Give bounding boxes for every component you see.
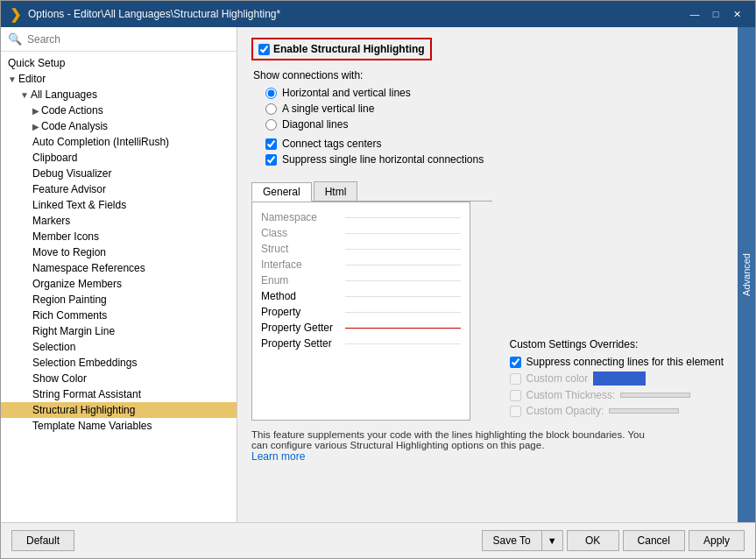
close-button[interactable]: ✕ <box>727 6 746 22</box>
radio-label-0: Horizontal and vertical lines <box>282 87 411 99</box>
tabs-and-preview: General Html NamespaceClassStructInterfa… <box>251 174 492 421</box>
right-panel: Enable Structural Highlighting Show conn… <box>237 27 738 522</box>
tab-html[interactable]: Html <box>314 181 358 201</box>
tree-label-feature-advisor: Feature Advisor <box>32 183 106 195</box>
thickness-slider[interactable] <box>620 393 690 398</box>
suppress-single-checkbox[interactable] <box>265 154 277 166</box>
save-to-button[interactable]: Save To <box>482 530 541 551</box>
tree-item-organize-members[interactable]: Organize Members <box>1 276 237 292</box>
bottom-bar: Default Save To ▼ OK Cancel Apply <box>1 522 755 558</box>
learn-more-link[interactable]: Learn more <box>251 450 305 463</box>
tree-label-debug-visualizer: Debug Visualizer <box>32 167 112 180</box>
preview-item-property-setter: Property Setter <box>261 336 461 351</box>
tree-item-editor[interactable]: ▼ Editor <box>1 71 237 87</box>
custom-thickness-checkbox[interactable] <box>510 390 521 401</box>
tree-container: Quick Setup▼ Editor▼ All Languages▶ Code… <box>1 52 237 522</box>
tree-item-markers[interactable]: Markers <box>1 213 237 229</box>
tree-item-template-name-variables[interactable]: Template Name Variables <box>1 418 237 434</box>
tree-label-move-to-region: Move to Region <box>32 246 106 258</box>
opacity-slider[interactable] <box>609 408 679 414</box>
custom-opacity-checkbox[interactable] <box>510 406 521 417</box>
tree-arrow-code-analysis: ▶ <box>32 122 39 131</box>
tree-item-selection[interactable]: Selection <box>1 339 237 355</box>
apply-button[interactable]: Apply <box>689 530 745 551</box>
tree-label-namespace-references: Namespace References <box>32 262 145 274</box>
suppress-connecting-checkbox[interactable] <box>510 357 521 368</box>
tree-label-selection: Selection <box>32 341 75 353</box>
save-to-arrow-button[interactable]: ▼ <box>541 530 563 551</box>
search-input[interactable] <box>27 33 230 46</box>
tree-item-string-format-assistant[interactable]: String Format Assistant <box>1 386 237 402</box>
tree-item-structural-highlighting[interactable]: Structural Highlighting <box>1 402 237 418</box>
preview-label-struct: Struct <box>261 243 340 255</box>
tree-item-linked-text[interactable]: Linked Text & Fields <box>1 197 237 213</box>
left-panel: 🔍 Quick Setup▼ Editor▼ All Languages▶ Co… <box>1 27 237 522</box>
tree-label-member-icons: Member Icons <box>32 230 99 243</box>
radio-diagonal[interactable] <box>265 119 277 131</box>
tree-item-code-actions[interactable]: ▶ Code Actions <box>1 103 237 118</box>
preview-line-method <box>345 296 461 297</box>
tree-item-move-to-region[interactable]: Move to Region <box>1 244 237 260</box>
tree-item-debug-visualizer[interactable]: Debug Visualizer <box>1 166 237 181</box>
tree-item-region-painting[interactable]: Region Painting <box>1 292 237 308</box>
tree-label-clipboard: Clipboard <box>32 152 77 164</box>
preview-label-property: Property <box>261 306 340 318</box>
preview-line-struct <box>345 249 461 250</box>
preview-line-property-setter <box>345 343 461 344</box>
preview-label-property-setter: Property Setter <box>261 337 340 350</box>
tree-item-namespace-references[interactable]: Namespace References <box>1 260 237 276</box>
suppress-single-label: Suppress single line horizontal connecti… <box>282 153 484 166</box>
enable-checkbox[interactable] <box>258 44 270 55</box>
custom-settings-title: Custom Settings Overrides: <box>510 338 724 350</box>
tree-item-rich-comments[interactable]: Rich Comments <box>1 308 237 323</box>
custom-thickness-row: Custom Thickness: <box>510 389 724 401</box>
search-icon: 🔍 <box>8 32 22 46</box>
tree-label-region-painting: Region Painting <box>32 294 107 306</box>
preview-line-namespace <box>345 217 461 218</box>
radio-row-1: A single vertical line <box>265 103 724 115</box>
connect-tags-checkbox[interactable] <box>265 138 277 150</box>
tree-label-quick-setup: Quick Setup <box>8 57 65 69</box>
preview-label-namespace: Namespace <box>261 211 340 223</box>
tree-label-organize-members: Organize Members <box>32 278 122 290</box>
radio-label-2: Diagonal lines <box>282 118 348 131</box>
tabs-row: General Html <box>251 181 492 202</box>
radio-horizontal-vertical[interactable] <box>265 88 277 99</box>
tree-item-all-languages[interactable]: ▼ All Languages <box>1 87 237 103</box>
tab-general[interactable]: General <box>251 182 312 202</box>
cancel-button[interactable]: Cancel <box>623 530 685 551</box>
maximize-button[interactable]: □ <box>706 6 725 22</box>
tree-item-selection-embeddings[interactable]: Selection Embeddings <box>1 355 237 371</box>
preview-item-property: Property <box>261 304 461 320</box>
tree-item-auto-completion[interactable]: Auto Completion (IntelliRush) <box>1 134 237 150</box>
custom-opacity-row: Custom Opacity: <box>510 405 724 417</box>
advanced-tab[interactable]: Advanced <box>739 246 753 303</box>
tree-item-show-color[interactable]: Show Color <box>1 371 237 386</box>
preview-label-enum: Enum <box>261 274 340 287</box>
tree-label-auto-completion: Auto Completion (IntelliRush) <box>32 136 169 148</box>
preview-label-method: Method <box>261 290 340 302</box>
tree-item-member-icons[interactable]: Member Icons <box>1 229 237 244</box>
tree-label-all-languages: All Languages <box>31 88 97 101</box>
color-swatch[interactable] <box>593 371 646 386</box>
custom-color-checkbox[interactable] <box>510 373 521 385</box>
main-content: 🔍 Quick Setup▼ Editor▼ All Languages▶ Co… <box>1 27 755 522</box>
preview-box: NamespaceClassStructInterfaceEnumMethodP… <box>251 202 470 421</box>
ok-button[interactable]: OK <box>567 530 619 551</box>
preview-line-enum <box>345 280 461 281</box>
enable-label: Enable Structural Highlighting <box>273 43 425 55</box>
preview-label-interface: Interface <box>261 258 340 271</box>
tree-label-selection-embeddings: Selection Embeddings <box>32 357 137 369</box>
tree-item-feature-advisor[interactable]: Feature Advisor <box>1 181 237 197</box>
radio-single-vertical[interactable] <box>265 103 277 115</box>
minimize-button[interactable]: — <box>685 6 704 22</box>
tree-label-code-actions: Code Actions <box>41 104 103 117</box>
default-button[interactable]: Default <box>11 530 74 551</box>
tree-item-quick-setup[interactable]: Quick Setup <box>1 55 237 71</box>
tree-item-code-analysis[interactable]: ▶ Code Analysis <box>1 118 237 134</box>
tree-item-right-margin-line[interactable]: Right Margin Line <box>1 323 237 339</box>
custom-thickness-label: Custom Thickness: <box>526 389 616 401</box>
tree-item-clipboard[interactable]: Clipboard <box>1 150 237 166</box>
connect-tags-label: Connect tags centers <box>282 138 381 150</box>
suppress-connecting-label: Suppress connecting lines for this eleme… <box>526 356 724 368</box>
